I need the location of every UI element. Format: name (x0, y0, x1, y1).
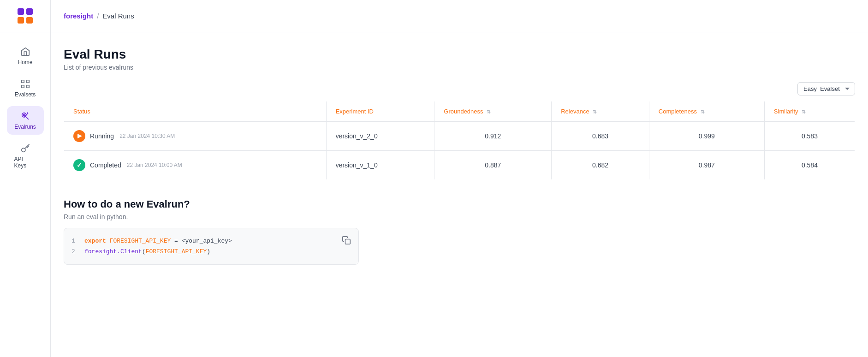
sidebar-item-evalsets-label: Evalsets (15, 91, 36, 98)
col-similarity[interactable]: Similarity ⇅ (764, 101, 855, 122)
code-block: 1 export FORESIGHT_API_KEY = <your_api_k… (64, 228, 359, 265)
how-to-section: How to do a new Evalrun? Run an eval in … (64, 198, 855, 265)
groundedness-cell-2: 0.887 (434, 151, 552, 180)
table-row[interactable]: Completed 22 Jan 2024 10:00 AM version_v… (64, 151, 855, 180)
sidebar-item-evalruns-label: Evalruns (14, 124, 36, 130)
code-param-api-key: FORESIGHT_API_KEY (146, 248, 207, 255)
code-line-1: 1 export FORESIGHT_API_KEY = <your_api_k… (71, 238, 349, 244)
col-relevance[interactable]: Relevance ⇅ (552, 101, 649, 122)
how-to-subtitle: Run an eval in python. (64, 213, 855, 220)
sidebar-item-apikeys-label: API Keys (14, 156, 36, 169)
col-completeness-label: Completeness (659, 108, 697, 115)
code-method-client: foresight.Client (84, 248, 142, 255)
col-status[interactable]: Status (64, 101, 327, 122)
line-number-1: 1 (71, 238, 77, 244)
how-to-title: How to do a new Evalrun? (64, 198, 855, 210)
completed-icon (73, 159, 85, 171)
groundedness-sort-icon: ⇅ (487, 109, 491, 114)
table-header-row: Status Experiment ID Groundedness ⇅ Rele… (64, 101, 855, 122)
logo-dot-4 (26, 17, 33, 24)
relevance-cell-1: 0.683 (552, 122, 649, 151)
col-similarity-label: Similarity (774, 108, 798, 115)
code-line-2: 2 foresight.Client(FORESIGHT_API_KEY) (71, 248, 349, 255)
svg-point-2 (21, 148, 25, 152)
sidebar: Home Evalsets Evalruns (0, 0, 51, 357)
col-groundedness[interactable]: Groundedness ⇅ (434, 101, 552, 122)
breadcrumb-link[interactable]: foresight (64, 12, 93, 20)
experiment-id-cell-2: version_v_1_0 (326, 151, 434, 180)
col-completeness[interactable]: Completeness ⇅ (649, 101, 764, 122)
completeness-cell-1: 0.999 (649, 122, 764, 151)
sidebar-item-home[interactable]: Home (7, 42, 44, 70)
running-icon (73, 130, 85, 142)
status-label-1: Running (90, 132, 114, 140)
breadcrumb-separator: / (97, 12, 99, 20)
sidebar-item-home-label: Home (18, 59, 32, 65)
code-content-1: export FORESIGHT_API_KEY = <your_api_key… (84, 238, 232, 244)
content-area: Eval Runs List of previous evalruns Easy… (51, 32, 868, 280)
copy-button[interactable] (340, 234, 353, 248)
status-time-2: 22 Jan 2024 10:00 AM (127, 162, 182, 168)
status-time-1: 22 Jan 2024 10:30 AM (119, 133, 175, 139)
col-experiment-label: Experiment ID (336, 108, 374, 115)
status-cell-2: Completed 22 Jan 2024 10:00 AM (64, 151, 327, 180)
status-cell-1: Running 22 Jan 2024 10:30 AM (64, 122, 327, 151)
completeness-cell-2: 0.987 (649, 151, 764, 180)
apikeys-icon (20, 143, 31, 154)
groundedness-cell-1: 0.912 (434, 122, 552, 151)
sidebar-item-apikeys[interactable]: API Keys (7, 138, 44, 173)
page-title: Eval Runs (64, 47, 855, 62)
table-controls: Easy_Evalset Hard_Evalset (64, 82, 855, 95)
logo-grid (18, 8, 33, 24)
home-icon (20, 46, 31, 57)
code-keyword-export: export (84, 238, 110, 244)
line-number-2: 2 (71, 248, 77, 255)
similarity-cell-1: 0.583 (764, 122, 855, 151)
logo-dot-3 (18, 17, 24, 24)
code-content-2: foresight.Client(FORESIGHT_API_KEY) (84, 248, 210, 255)
status-label-2: Completed (90, 161, 121, 169)
col-status-label: Status (73, 108, 90, 115)
logo-dot-1 (18, 8, 24, 15)
experiment-id-cell-1: version_v_2_0 (326, 122, 434, 151)
table-row[interactable]: Running 22 Jan 2024 10:30 AM version_v_2… (64, 122, 855, 151)
svg-point-1 (23, 114, 25, 116)
relevance-sort-icon: ⇅ (593, 109, 597, 114)
similarity-cell-2: 0.584 (764, 151, 855, 180)
sidebar-nav: Home Evalsets Evalruns (0, 42, 50, 173)
page-subtitle: List of previous evalruns (64, 64, 855, 71)
evalruns-icon (20, 111, 31, 122)
sidebar-item-evalsets[interactable]: Evalsets (7, 74, 44, 102)
evalset-select[interactable]: Easy_Evalset Hard_Evalset (797, 82, 855, 95)
logo (0, 0, 51, 32)
svg-rect-3 (345, 239, 351, 244)
sidebar-item-evalruns[interactable]: Evalruns (7, 106, 44, 135)
completeness-sort-icon: ⇅ (701, 109, 705, 114)
relevance-cell-2: 0.682 (552, 151, 649, 180)
code-var-name: FORESIGHT_API_KEY (110, 238, 171, 244)
similarity-sort-icon: ⇅ (802, 109, 806, 114)
eval-runs-table: Status Experiment ID Groundedness ⇅ Rele… (64, 101, 855, 180)
col-experiment-id[interactable]: Experiment ID (326, 101, 434, 122)
breadcrumb-current: Eval Runs (102, 12, 134, 20)
col-relevance-label: Relevance (561, 108, 589, 115)
logo-dot-2 (26, 8, 33, 15)
main-content: foresight / Eval Runs Eval Runs List of … (51, 0, 868, 357)
evalsets-icon (20, 78, 31, 89)
col-groundedness-label: Groundedness (444, 108, 483, 115)
topbar: foresight / Eval Runs (51, 0, 868, 32)
